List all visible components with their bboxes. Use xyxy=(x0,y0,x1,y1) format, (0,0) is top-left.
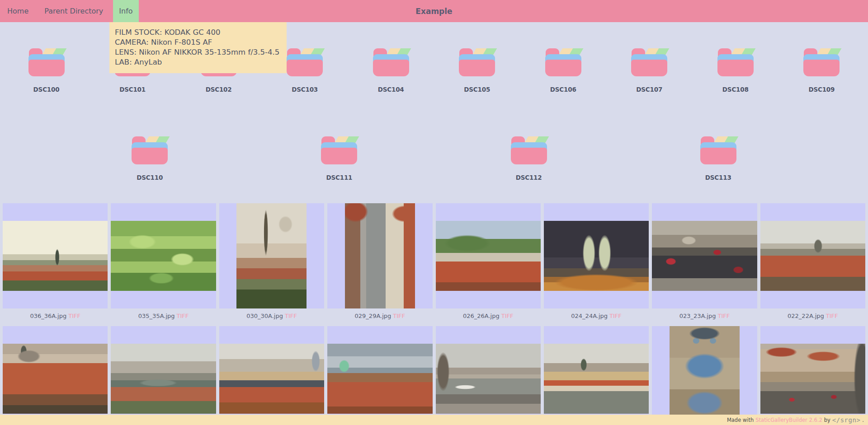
thumbnail-cell xyxy=(652,203,757,308)
nav-item-info[interactable]: Info xyxy=(113,0,138,22)
thumbnail-cell xyxy=(436,326,541,425)
folder-icon-body xyxy=(631,60,667,76)
info-line-camera: CAMERA: Nikon F-801S AF xyxy=(115,37,281,47)
folder-icon xyxy=(803,47,840,76)
page-footer: Made with StaticGalleryBuilder 2.6.2 by … xyxy=(0,415,868,425)
tiff-link[interactable]: TIFF xyxy=(285,313,297,319)
footer-period: . xyxy=(862,417,864,423)
thumbnail-cell xyxy=(327,203,432,308)
nav-item-parent-directory[interactable]: Parent Directory xyxy=(38,0,109,22)
photo-thumbnail[interactable] xyxy=(219,344,324,414)
folder-link[interactable]: DSC109 xyxy=(782,47,861,93)
gallery-item: 024_24A.jpgTIFF xyxy=(544,203,649,326)
gallery-item xyxy=(652,326,757,425)
thumbnail-caption: 036_36A.jpgTIFF xyxy=(3,308,108,326)
gallery-item xyxy=(544,326,649,425)
folder-label: DSC107 xyxy=(636,86,662,93)
tiff-link[interactable]: TIFF xyxy=(68,313,80,319)
gallery-item xyxy=(3,326,108,425)
folder-icon-body xyxy=(717,60,754,76)
folder-link[interactable]: DSC108 xyxy=(696,47,775,93)
footer-made-with: Made with xyxy=(727,417,754,423)
tiff-link[interactable]: TIFF xyxy=(177,313,189,319)
photo-thumbnail[interactable] xyxy=(544,344,649,414)
nav-item-home[interactable]: Home xyxy=(1,0,34,22)
gallery-item: 023_23A.jpgTIFF xyxy=(652,203,757,326)
thumbnail-cell xyxy=(3,326,108,425)
photo-thumbnail[interactable] xyxy=(652,221,757,291)
thumbnail-cell xyxy=(544,326,649,425)
folder-link[interactable]: DSC113 xyxy=(679,135,758,181)
photo-thumbnail[interactable] xyxy=(236,203,307,308)
thumbnail-filename: 030_30A.jpg xyxy=(246,313,283,319)
photo-thumbnail[interactable] xyxy=(436,344,541,414)
thumbnail-filename: 029_29A.jpg xyxy=(355,313,392,319)
photo-thumbnail[interactable] xyxy=(3,344,108,414)
folder-link[interactable]: DSC110 xyxy=(110,135,189,181)
photo-thumbnail[interactable] xyxy=(327,344,432,414)
footer-builder-link[interactable]: StaticGalleryBuilder 2.6.2 xyxy=(755,417,822,423)
folder-link[interactable]: DSC107 xyxy=(609,47,689,93)
folder-link[interactable]: DSC112 xyxy=(489,135,569,181)
gallery-item: 030_30A.jpgTIFF xyxy=(219,203,324,326)
folder-label: DSC102 xyxy=(206,86,232,93)
folder-link[interactable]: DSC100 xyxy=(7,47,86,93)
folder-label: DSC113 xyxy=(705,174,731,181)
folder-icon-body xyxy=(511,148,547,164)
thumbnail-cell xyxy=(652,326,757,425)
thumbnail-cell xyxy=(219,326,324,425)
thumbnail-filename: 023_23A.jpg xyxy=(679,313,716,319)
thumbnail-filename: 026_26A.jpg xyxy=(463,313,500,319)
thumbnail-cell xyxy=(436,203,541,308)
folder-icon-body xyxy=(803,60,840,76)
folder-label: DSC112 xyxy=(516,174,542,181)
photo-thumbnail[interactable] xyxy=(670,326,740,425)
photo-thumbnail[interactable] xyxy=(544,221,649,291)
thumbnail-caption: 023_23A.jpgTIFF xyxy=(652,308,757,326)
folder-icon-body xyxy=(545,60,581,76)
info-line-film-stock: FILM STOCK: KODAK GC 400 xyxy=(115,28,281,37)
folder-icon xyxy=(459,47,495,76)
thumbnail-filename: 035_35A.jpg xyxy=(138,313,175,319)
info-line-lens: LENS: Nikon AF NIKKOR 35-135mm f/3.5-4.5 xyxy=(115,47,281,57)
photo-thumbnail[interactable] xyxy=(345,203,415,308)
folder-label: DSC103 xyxy=(292,86,318,93)
tiff-link[interactable]: TIFF xyxy=(717,313,730,319)
photo-thumbnail[interactable] xyxy=(760,344,865,414)
thumbnail-caption: 029_29A.jpgTIFF xyxy=(327,308,432,326)
folder-icon xyxy=(321,135,357,164)
folder-label: DSC108 xyxy=(722,86,749,93)
gallery-item: 022_22A.jpgTIFF xyxy=(760,203,865,326)
gallery-item xyxy=(436,326,541,425)
footer-brand-link[interactable]: </srgn> xyxy=(832,417,861,423)
folder-link[interactable]: DSC105 xyxy=(437,47,517,93)
folder-link[interactable]: DSC106 xyxy=(524,47,603,93)
tiff-link[interactable]: TIFF xyxy=(609,313,622,319)
folder-label: DSC104 xyxy=(378,86,404,93)
info-line-lab: LAB: AnyLab xyxy=(115,57,281,67)
gallery-item xyxy=(760,326,865,425)
thumbnail-cell xyxy=(544,203,649,308)
folder-label: DSC100 xyxy=(33,86,60,93)
photo-thumbnail[interactable] xyxy=(111,221,216,291)
folder-icon xyxy=(28,47,65,76)
folder-icon-body xyxy=(132,148,168,164)
top-nav: Home Parent Directory Info Example xyxy=(0,0,868,22)
folder-link[interactable]: DSC111 xyxy=(299,135,379,181)
footer-by: by xyxy=(824,417,830,423)
folder-link[interactable]: DSC104 xyxy=(351,47,431,93)
photo-thumbnail[interactable] xyxy=(111,344,216,414)
folder-icon xyxy=(132,135,168,164)
photo-thumbnail[interactable] xyxy=(436,221,541,291)
thumbnail-caption: 022_22A.jpgTIFF xyxy=(760,308,865,326)
folder-icon xyxy=(700,135,736,164)
thumbnail-caption: 024_24A.jpgTIFF xyxy=(544,308,649,326)
gallery-item: 035_35A.jpgTIFF xyxy=(111,203,216,326)
photo-thumbnail[interactable] xyxy=(3,221,108,291)
folder-label: DSC106 xyxy=(550,86,576,93)
thumbnail-cell xyxy=(111,203,216,308)
photo-thumbnail[interactable] xyxy=(760,221,865,291)
tiff-link[interactable]: TIFF xyxy=(393,313,405,319)
tiff-link[interactable]: TIFF xyxy=(826,313,838,319)
tiff-link[interactable]: TIFF xyxy=(501,313,514,319)
